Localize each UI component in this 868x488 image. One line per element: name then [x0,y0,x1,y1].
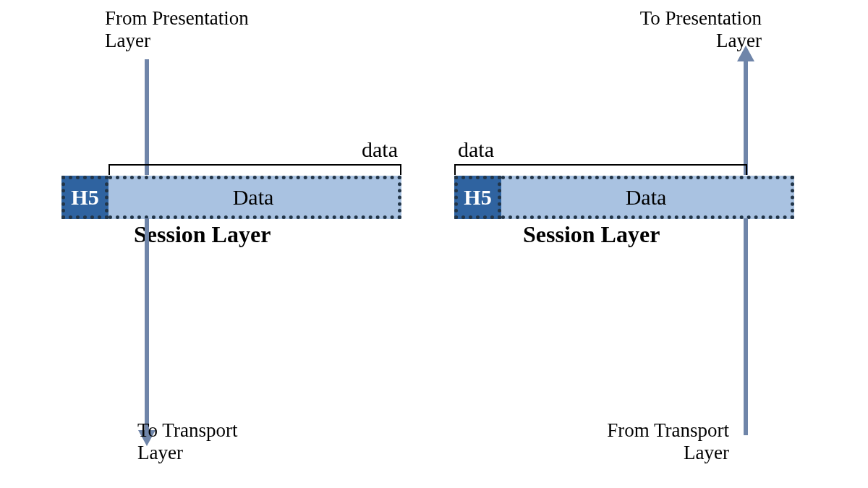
session-data-box: Data [109,176,401,219]
data-bracket [109,164,401,175]
arrow-from-transport [744,218,748,435]
label-line: From Transport [607,419,729,441]
session-data-text: Data [233,185,274,210]
session-header-text: H5 [71,185,98,210]
label-line: To Transport [137,419,237,441]
label-line: From Presentation [105,7,249,29]
label-line: Layer [137,442,183,463]
session-layer-receive-side: To Presentation Layer data H5 Data Sessi… [440,0,816,488]
from-presentation-label: From Presentation Layer [105,7,249,52]
layer-title: Session Layer [523,221,660,248]
label-line: Layer [105,30,150,51]
data-bracket [454,164,747,175]
label-line: Layer [684,442,729,463]
session-layer-send-side: From Presentation Layer data H5 Data Ses… [51,0,427,488]
session-header-text: H5 [464,185,491,210]
layer-title: Session Layer [134,221,271,248]
session-data-box: Data [501,176,794,219]
session-pdu: H5 Data [61,176,401,219]
session-header-box: H5 [454,176,501,219]
data-bracket-label: data [458,137,494,162]
arrow-from-presentation [145,59,149,175]
arrow-to-presentation [744,59,748,175]
label-line: To Presentation [640,7,762,29]
from-transport-label: From Transport Layer [607,419,729,464]
session-header-box: H5 [61,176,109,219]
session-data-text: Data [626,185,667,210]
session-pdu: H5 Data [454,176,794,219]
data-bracket-label: data [362,137,398,162]
arrow-to-transport [145,218,149,435]
to-transport-label: To Transport Layer [137,419,237,464]
